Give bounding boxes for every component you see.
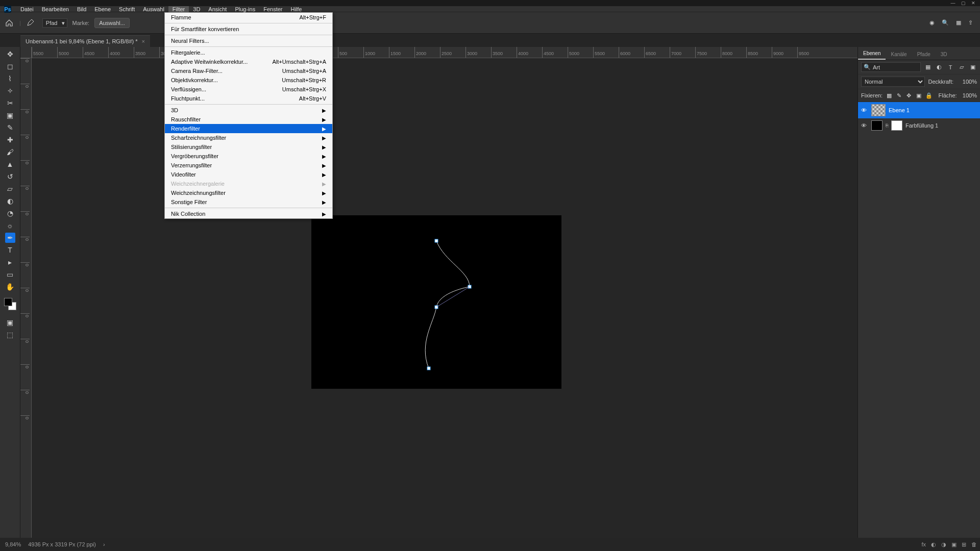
pen-tool-icon[interactable] [26,18,37,28]
document-tab[interactable]: Unbenannt-1 bei 9,84% (Ebene 1, RGB/8#) … [20,35,150,47]
color-swatches[interactable] [4,298,16,310]
adjustment-icon[interactable]: ◑ [941,541,946,548]
lock-all-icon[interactable]: 🔒 [925,91,933,99]
doc-info[interactable]: 4936 Px x 3319 Px (72 ppi) [28,541,96,547]
hand-tool-icon[interactable]: ✋ [5,282,15,292]
filter-pixelate[interactable]: Vergröberungsfilter▶ [165,152,332,161]
lasso-tool-icon[interactable]: ⌇ [5,73,15,84]
filter-sharpen[interactable]: Scharfzeichnungsfilter▶ [165,133,332,142]
blur-tool-icon[interactable]: ◔ [5,208,15,218]
visibility-icon[interactable]: 👁 [861,107,868,113]
filter-blur[interactable]: Weichzeichnungsfilter▶ [165,188,332,197]
brush-tool-icon[interactable]: 🖌 [5,147,15,157]
filter-other[interactable]: Sonstige Filter▶ [165,197,332,207]
lock-artboard-icon[interactable]: ▣ [915,91,922,99]
ruler-origin[interactable] [20,47,32,58]
eyedropper-tool-icon[interactable]: ✎ [5,122,15,133]
maximize-icon[interactable]: ▢ [960,1,967,6]
shape-tool-icon[interactable]: ▭ [5,269,15,280]
history-icon[interactable]: ▦ [956,19,961,26]
tab-close-icon[interactable]: × [142,38,145,44]
filter-gallery[interactable]: Filtergalerie... [165,48,332,57]
filter-liquify[interactable]: Verflüssigen...Umschalt+Strg+X [165,85,332,94]
filter-adjust-icon[interactable]: ◐ [935,63,943,71]
eraser-tool-icon[interactable]: ▱ [5,184,15,194]
fill-layer-thumbnail[interactable] [871,120,883,131]
visibility-icon[interactable]: 👁 [861,122,868,129]
filter-smart-convert[interactable]: Für Smartfilter konvertieren [165,24,332,34]
menu-image[interactable]: Bild [73,6,90,12]
filter-shape-icon[interactable]: ▱ [958,63,966,71]
path-mode-dropdown[interactable]: Pfad [42,18,67,28]
screenmode-icon[interactable]: ⬚ [5,330,15,340]
crop-tool-icon[interactable]: ✂ [5,98,15,108]
foreground-color-swatch[interactable] [4,298,12,306]
filter-vanishing-point[interactable]: Fluchtpunkt...Alt+Strg+V [165,94,332,103]
filter-lens-correction[interactable]: Objektivkorrektur...Umschalt+Strg+R [165,76,332,85]
ruler-horizontal[interactable]: 5500500045004000350030002500200015001000… [32,47,857,58]
menu-filter[interactable]: Filter [168,6,189,12]
menu-window[interactable]: Fenster [259,6,286,12]
lock-pixels-icon[interactable]: ✎ [896,91,902,99]
trash-icon[interactable]: 🗑 [971,541,977,548]
layer-row[interactable]: 👁 Ebene 1 [858,102,980,118]
menu-help[interactable]: Hilfe [286,6,306,12]
dodge-tool-icon[interactable]: ☼ [5,220,15,231]
home-icon[interactable] [4,18,14,28]
filter-camera-raw[interactable]: Camera Raw-Filter...Umschalt+Strg+A [165,66,332,76]
menu-3d[interactable]: 3D [189,6,204,12]
opacity-value[interactable]: 100% [957,79,977,85]
pen-tool-icon[interactable]: ✒ [5,233,15,243]
menu-edit[interactable]: Bearbeiten [38,6,73,12]
lock-position-icon[interactable]: ✥ [905,91,912,99]
filter-distort[interactable]: Verzerrungsfilter▶ [165,161,332,170]
menu-type[interactable]: Schrift [115,6,139,12]
filter-noise[interactable]: Rauschfilter▶ [165,115,332,124]
share-icon[interactable]: ⇪ [968,19,973,26]
layer-row[interactable]: 👁 ⎘ Farbfüllung 1 [858,118,980,133]
canvas-area[interactable]: 5500500045004000350030002500200015001000… [20,47,857,538]
tab-channels[interactable]: Kanäle [886,49,912,60]
tab-3d[interactable]: 3D [936,49,952,60]
menu-select[interactable]: Auswahl [139,6,168,12]
filter-render[interactable]: Renderfilter▶ [165,124,332,133]
layer-thumbnail[interactable] [871,104,886,116]
stamp-tool-icon[interactable]: ▲ [5,159,15,169]
canvas-document[interactable] [311,215,561,389]
cloud-icon[interactable]: ◉ [929,19,935,26]
menu-file[interactable]: Datei [16,6,38,12]
link-icon[interactable]: ⎘ [886,123,888,128]
filter-stylize[interactable]: Stilisierungsfilter▶ [165,142,332,152]
blend-mode-dropdown[interactable]: Normal [861,77,925,87]
layer-mask-thumbnail[interactable] [891,120,902,131]
minimize-icon[interactable]: — [949,1,957,6]
tab-layers[interactable]: Ebenen [858,48,886,60]
zoom-level[interactable]: 9,84% [5,541,21,547]
mask-icon[interactable]: ◐ [931,541,936,548]
filter-type-icon[interactable]: T [946,63,954,71]
move-tool-icon[interactable]: ✥ [5,49,15,59]
filter-wideangle[interactable]: Adaptive Weitwinkelkorrektur...Alt+Umsch… [165,57,332,66]
quickmask-icon[interactable]: ▣ [5,317,15,328]
filter-smart-icon[interactable]: ▣ [969,63,977,71]
layer-filter-search[interactable]: 🔍 Art [861,62,921,72]
menu-plugins[interactable]: Plug-ins [231,6,259,12]
marquee-tool-icon[interactable]: ◻ [5,61,15,71]
info-arrow-icon[interactable]: › [103,541,105,547]
filter-nik-collection[interactable]: Nik Collection▶ [165,209,332,218]
tab-paths[interactable]: Pfade [912,49,936,60]
wand-tool-icon[interactable]: ✧ [5,86,15,96]
new-layer-icon[interactable]: ⊞ [962,541,966,548]
filter-neural[interactable]: Neural Filters... [165,36,332,45]
ruler-vertical[interactable]: 000000000000000 [20,58,32,538]
filter-pixel-icon[interactable]: ▦ [924,63,932,71]
type-tool-icon[interactable]: T [5,245,15,255]
menu-view[interactable]: Ansicht [204,6,231,12]
close-icon[interactable]: ✕ [970,1,977,6]
menu-layer[interactable]: Ebene [90,6,115,12]
path-select-icon[interactable]: ▸ [5,257,15,267]
gradient-tool-icon[interactable]: ◐ [5,196,15,206]
filter-video[interactable]: Videofilter▶ [165,170,332,179]
fill-value[interactable]: 100% [960,92,977,98]
lock-transparency-icon[interactable]: ▩ [886,91,892,99]
